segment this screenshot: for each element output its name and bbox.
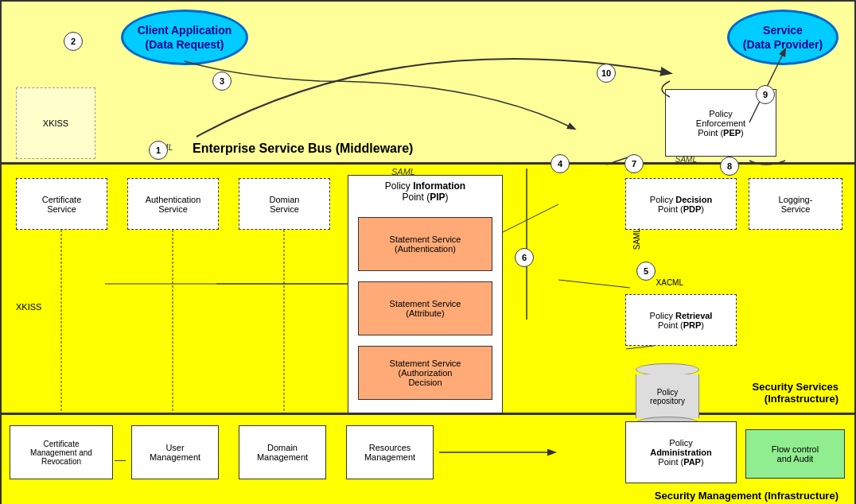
service-label: Service(Data Provider) <box>743 23 823 52</box>
pip-label: Policy InformationPoint (PIP) <box>348 176 502 204</box>
arrow-cert-user: — <box>115 453 126 466</box>
resources-mgmt-box: ResourcesManagement <box>346 425 434 479</box>
pep-label: PolicyEnforcementPoint (PEP) <box>696 109 745 138</box>
user-mgmt-label: UserManagement <box>150 443 200 462</box>
xacml-label: XACML <box>656 278 683 287</box>
statement-auth-box: Statement Service(Authentication) <box>358 217 492 271</box>
flow-audit-label: Flow controland Audit <box>772 444 819 463</box>
pip-outer-box: Policy InformationPoint (PIP) Statement … <box>348 175 503 413</box>
domain-mgmt-label: DomainManagement <box>257 443 308 462</box>
circle-5: 5 <box>636 262 656 281</box>
main-diagram: Enterprise Service Bus (Middleware) Secu… <box>0 0 856 504</box>
circle-7: 7 <box>624 154 644 173</box>
xkiss-middle-label: XKISS <box>16 302 41 312</box>
circle-3: 3 <box>212 72 232 91</box>
circle-10: 10 <box>597 64 616 83</box>
logging-label: Logging-Service <box>779 195 813 214</box>
circle-8: 8 <box>720 157 739 176</box>
pdp-label: Policy DecisionPoint (PDP) <box>650 195 712 214</box>
circle-6: 6 <box>515 248 534 267</box>
circle-1: 1 <box>149 141 168 160</box>
statement-auth-label: Statement Service(Authentication) <box>390 235 461 254</box>
circle-4: 4 <box>551 154 570 173</box>
pap-box: PolicyAdministrationPoint (PAP) <box>625 421 737 483</box>
prp-box: Policy RetrievalPoint (PRP) <box>625 294 737 346</box>
auth-service-label: Authentication Service <box>146 195 201 214</box>
client-application-ellipse: Client Application(Data Request) <box>121 10 248 65</box>
cert-mgmt-label: CertificateManagement andRevocation <box>30 440 92 466</box>
logging-box: Logging-Service <box>749 178 842 230</box>
circle-9: 9 <box>756 85 775 104</box>
security-management-label: Security Management (Infrastructure) <box>655 490 838 502</box>
flow-audit-box: Flow controland Audit <box>745 429 845 479</box>
pap-label: PolicyAdministrationPoint (PAP) <box>650 438 712 467</box>
policy-repo: Policyrepository <box>628 363 707 429</box>
prp-label: Policy RetrievalPoint (PRP) <box>650 311 713 330</box>
resources-mgmt-label: ResourcesManagement <box>364 443 415 462</box>
domain-mgmt-box: DomainManagement <box>239 425 326 479</box>
xkiss-top-box: XKISS <box>16 87 95 159</box>
saml-pep-label: SAML <box>675 155 697 164</box>
statement-authz-box: Statement Service(AuthorizationDecision <box>358 346 492 400</box>
cert-service-box: CertificateService <box>16 178 107 230</box>
cert-mgmt-box: CertificateManagement andRevocation <box>10 425 113 479</box>
user-mgmt-box: UserManagement <box>131 425 219 479</box>
statement-attr-box: Statement Service(Attribute) <box>358 281 492 335</box>
saml-vertical-label: SAML <box>632 228 641 250</box>
esb-label: Enterprise Service Bus (Middleware) <box>193 142 413 156</box>
circle-2: 2 <box>64 32 83 51</box>
domain-service-label: DomianService <box>270 195 300 214</box>
cert-service-label: CertificateService <box>42 195 82 214</box>
auth-service-box: Authentication Service <box>127 178 219 230</box>
statement-authz-label: Statement Service(AuthorizationDecision <box>390 359 461 387</box>
client-label: Client Application(Data Request) <box>138 23 232 52</box>
xkiss-top-label: XKISS <box>43 118 68 128</box>
pdp-box: Policy DecisionPoint (PDP) <box>625 178 737 230</box>
service-ellipse: Service(Data Provider) <box>727 10 838 65</box>
domain-service-box: DomianService <box>239 178 330 230</box>
statement-attr-label: Statement Service(Attribute) <box>390 299 461 318</box>
security-services-label: Security Services (Infrastructure) <box>753 381 838 405</box>
